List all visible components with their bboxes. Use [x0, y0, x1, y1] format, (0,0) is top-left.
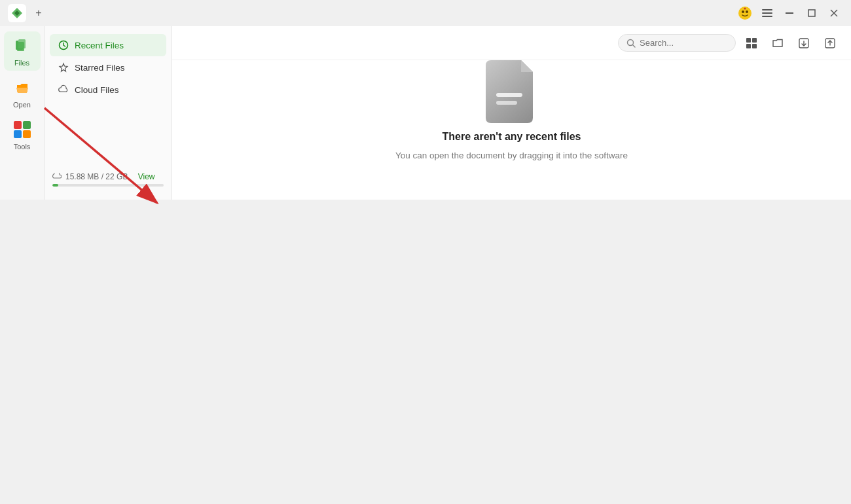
sidebar-label-recent: Recent Files [75, 41, 124, 50]
titlebar: + [0, 0, 851, 26]
sidebar-item-cloud[interactable]: Cloud Files [50, 79, 166, 101]
storage-bar [52, 184, 164, 187]
sidebar-item-recent[interactable]: Recent Files [50, 34, 166, 56]
svg-line-17 [633, 45, 636, 47]
search-box[interactable] [618, 34, 736, 52]
svg-rect-20 [746, 44, 751, 48]
svg-rect-21 [752, 44, 757, 48]
svg-rect-14 [17, 42, 24, 51]
recent-icon [58, 39, 69, 51]
storage-text: 15.88 MB / 22 GB [65, 172, 128, 181]
svg-point-4 [744, 8, 746, 10]
svg-rect-19 [752, 38, 757, 43]
svg-point-2 [742, 10, 744, 13]
app-body: Files Open [0, 26, 851, 200]
add-tab-button[interactable]: + [31, 6, 46, 20]
svg-rect-18 [746, 38, 751, 43]
star-icon [58, 62, 69, 73]
nav-label-files: Files [14, 59, 29, 67]
sidebar: Recent Files Starred Files Cloud Fil [45, 26, 172, 200]
nav-item-open[interactable]: Open [4, 73, 41, 113]
titlebar-right [736, 4, 843, 22]
nav-label-open: Open [13, 101, 31, 109]
nav-label-tools: Tools [14, 143, 31, 151]
menu-icon[interactable] [758, 4, 776, 22]
nav-item-files[interactable]: Files [4, 31, 41, 71]
svg-point-3 [746, 10, 748, 13]
svg-rect-5 [762, 9, 772, 10]
svg-rect-6 [762, 12, 772, 14]
sidebar-label-cloud: Cloud Files [75, 85, 119, 95]
files-icon [12, 35, 33, 56]
user-icon[interactable] [736, 4, 754, 22]
cloud-icon [58, 84, 69, 96]
tools-icon [12, 119, 33, 140]
sidebar-item-starred[interactable]: Starred Files [50, 56, 166, 79]
svg-rect-27 [496, 101, 517, 105]
nav-item-tools[interactable]: Tools [4, 115, 41, 154]
search-input[interactable] [640, 38, 725, 48]
toolbar [172, 26, 851, 60]
search-icon [626, 39, 636, 48]
titlebar-left: + [8, 4, 46, 22]
svg-rect-8 [786, 12, 793, 14]
storage-bar-fill [52, 184, 58, 187]
export-button[interactable] [820, 33, 841, 54]
main-area: There aren't any recent files You can op… [172, 26, 851, 200]
svg-rect-9 [808, 10, 815, 16]
svg-rect-7 [762, 16, 772, 17]
close-button[interactable] [825, 4, 843, 22]
storage-info: 15.88 MB / 22 GB View [50, 167, 166, 192]
maximize-button[interactable] [803, 4, 821, 22]
empty-state-title: There aren't any recent files [443, 131, 581, 143]
storage-view-link[interactable]: View [138, 172, 155, 181]
icon-nav: Files Open [0, 26, 45, 200]
minimize-button[interactable] [780, 4, 799, 22]
empty-state: There aren't any recent files You can op… [172, 60, 851, 200]
grid-view-button[interactable] [741, 33, 762, 54]
app-logo [8, 4, 26, 22]
empty-state-subtitle: You can open the document by dragging it… [395, 151, 628, 160]
open-icon [12, 77, 33, 98]
sidebar-label-starred: Starred Files [75, 63, 125, 73]
folder-button[interactable] [767, 33, 788, 54]
import-button[interactable] [793, 33, 814, 54]
empty-doc-icon [486, 60, 538, 123]
svg-rect-26 [496, 93, 522, 97]
